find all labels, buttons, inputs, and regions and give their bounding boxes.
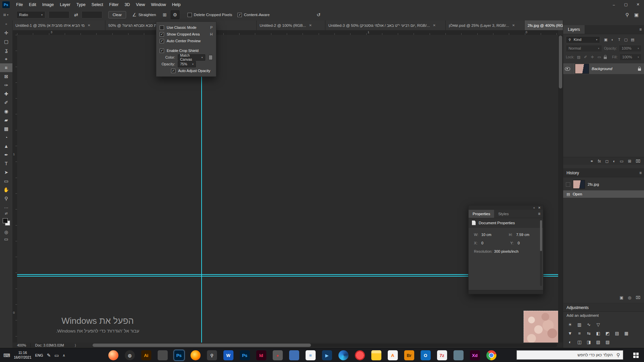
touch-keyboard-icon[interactable]: ⌨ [3,353,10,358]
zip-app-icon[interactable]: 7z [437,350,447,360]
curves-icon[interactable]: ∿ [585,321,593,328]
exposure-icon[interactable]: ▽ [594,321,602,328]
height-value[interactable]: 7.59 cm [516,233,529,237]
quick-mask-icon[interactable]: ◎ [4,230,8,235]
layer-opacity-select[interactable]: 100% ▾ [619,45,642,52]
doc-tab-untitled-1[interactable]: Untitled-1 @ 25% (מי הביא איתו מהבית א ✕ [12,20,105,30]
threshold-icon[interactable]: ◨ [585,339,593,346]
history-source-row[interactable]: 2fs.jpg [563,180,644,189]
color-lookup-icon[interactable]: ▦ [622,330,631,337]
color-swatch[interactable] [209,55,213,60]
bridge-app-icon[interactable]: Br [404,350,414,360]
menu-item[interactable]: Edit [26,0,39,9]
horizontal-scrollbar[interactable] [93,344,557,347]
delete-cropped-pixels-checkbox[interactable] [187,13,192,17]
lock-all-icon[interactable] [604,57,607,59]
collapse-panel-icon[interactable]: « [533,206,535,209]
menu-item[interactable]: Layer [57,0,73,9]
toolbar-collapse-icon[interactable]: » [5,22,7,26]
history-step-open[interactable]: ▤ Open [563,190,644,198]
blend-mode-select[interactable]: Normal ▾ [566,45,602,52]
checkbox[interactable] [160,25,164,30]
adjustment-layer-icon[interactable]: ◐ [613,159,615,164]
lock-image-pixels-icon[interactable]: ✐ [583,55,588,60]
display-icon[interactable]: ▭ [54,353,59,358]
tab-close-icon[interactable]: ✕ [88,23,90,27]
vertical-guide[interactable] [201,35,202,343]
maximize-button[interactable]: ▢ [620,0,632,9]
red-dot-app-icon[interactable]: ● [273,350,283,360]
color-swatches[interactable] [2,218,10,226]
menu-item[interactable]: Filter [106,0,122,9]
gray-app-icon[interactable] [158,350,168,360]
adjustments-panel-header[interactable]: Adjustments [563,304,644,312]
tab-close-icon[interactable]: ✕ [433,23,436,27]
channel-mixer-icon[interactable]: ▤ [613,330,621,337]
layers-panel-tab[interactable]: Layers [563,25,585,34]
language-indicator[interactable]: ENG [35,353,43,357]
browser-orange-app-icon[interactable] [108,350,118,360]
path-selection-tool[interactable]: ➤ [0,168,12,177]
layer-lock-icon[interactable] [638,68,641,71]
vertical-ruler[interactable]: 10 [12,35,17,343]
crop-overlay-options-icon[interactable]: ⊞ [163,12,167,17]
xd-app-icon[interactable]: Xd [470,350,480,360]
filter-shape-layers-icon[interactable]: ▢ [623,37,629,43]
horizontal-scrollbar-thumb[interactable] [93,344,311,347]
vertical-scrollbar-thumb[interactable] [559,36,562,88]
pen-input-icon[interactable]: ✎ [47,353,51,358]
enable-crop-shield-row[interactable]: ✓ Enable Crop Shield [156,47,216,54]
file-explorer-app-icon[interactable] [371,350,381,360]
chrome-app-icon[interactable] [486,350,496,360]
crop-settings-gear-icon[interactable]: ⚙ [171,10,179,19]
layer-filter-kind-select[interactable]: ⚲ Kind ▾ [566,36,600,43]
crop-width-input[interactable] [49,11,69,18]
vertical-scrollbar[interactable] [558,35,563,343]
hidden-icons-chevron[interactable]: ∧ [63,353,65,358]
layer-mask-icon[interactable]: ◻ [605,159,609,164]
content-aware-checkbox[interactable]: ✓ [237,13,242,17]
selective-color-icon[interactable]: ▨ [603,339,612,346]
tab-close-icon[interactable]: ✕ [309,23,312,27]
menu-item[interactable]: Select [89,0,106,9]
search-app-icon[interactable]: ⚲ [207,350,217,360]
dodge-tool[interactable]: ▲ [0,142,12,150]
auto-adjust-opacity-row[interactable]: ✓ Auto Adjust Opacity [156,67,216,74]
layer-effects-icon[interactable]: fx [598,159,601,164]
taskbar-search[interactable]: ⚲ [517,350,623,360]
firefox-app-icon[interactable] [191,350,201,360]
filter-adjustment-layers-icon[interactable]: ◐ [609,37,615,43]
menu-item[interactable]: Image [39,0,57,9]
layer-group-icon[interactable]: ▭ [620,159,624,164]
crop-tool[interactable]: ⌗ [0,63,12,72]
zoom-tool[interactable]: ⚲ [0,194,12,203]
clone-stamp-tool[interactable]: ◉ [0,107,12,116]
gray-2-app-icon[interactable] [453,350,464,360]
tab-styles[interactable]: Styles [494,210,513,218]
object-selection-tool[interactable]: ⌖ [0,55,12,63]
document-canvas[interactable]: הפעל את Windows עבור אל 'הגדרות' כדי להפ… [17,35,558,343]
clear-button[interactable]: Clear [108,11,126,18]
filter-type-layers-icon[interactable]: T [616,37,622,43]
photo-filter-icon[interactable]: ◩ [603,330,612,337]
crop-tool-preset[interactable]: ⌗ ▾ [3,12,8,18]
panel-menu-icon[interactable]: ≡ [639,171,642,175]
edge-app-icon[interactable] [338,350,348,360]
lasso-tool[interactable]: ʓ [0,46,12,55]
gradient-map-icon[interactable]: ▧ [594,339,602,346]
new-document-from-state-icon[interactable]: ▣ [620,295,623,300]
vibrance-icon[interactable]: ▼ [566,330,574,337]
filter-pixel-layers-icon[interactable]: ▣ [603,37,609,43]
gradient-tool[interactable]: ▩ [0,124,12,133]
white-bars-app-icon[interactable]: ≡ [306,350,316,360]
eraser-tool[interactable]: ▰ [0,116,12,124]
illustrator-app-icon[interactable]: Ai [141,350,151,360]
swap-colors-icon[interactable]: ⇄ [5,212,7,215]
history-panel-tab[interactable]: History [563,171,579,175]
y-value[interactable]: 0 [518,241,520,245]
indesign-app-icon[interactable]: Id [256,350,266,360]
swap-dimensions-icon[interactable]: ⇄ [74,12,78,17]
edit-toolbar-icon[interactable]: … [4,204,8,209]
photoshop-app-icon[interactable]: Ps [174,350,184,360]
new-layer-icon[interactable]: ⊞ [628,159,631,164]
